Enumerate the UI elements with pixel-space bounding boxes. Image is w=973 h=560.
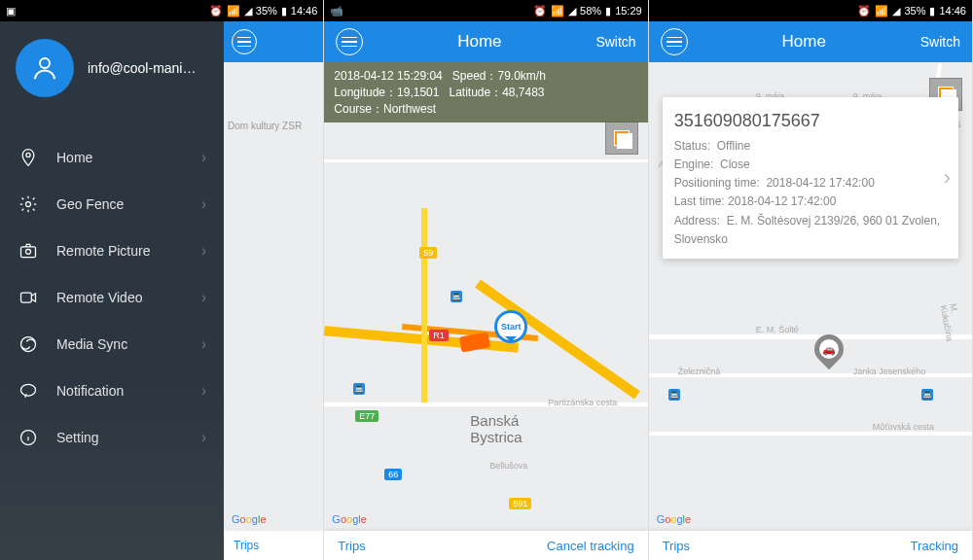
- sync-icon: [18, 333, 39, 355]
- status-label: Status:: [674, 139, 710, 153]
- bus-stop-icon: 🚍: [353, 383, 365, 395]
- device-id: 351609080175667: [674, 107, 947, 135]
- route-badge: E77: [355, 410, 378, 422]
- latitude-value: 48,7483: [502, 86, 544, 99]
- svg-point-0: [40, 58, 50, 68]
- avatar: [16, 39, 74, 97]
- positioning-time-value: 2018-04-12 17:42:00: [766, 176, 874, 190]
- tracking-info-panel: 2018-04-12 15:29:04 Speed：79.0km/h Longi…: [324, 62, 647, 122]
- battery-icon: ▮: [281, 5, 287, 18]
- peek-header: [224, 21, 323, 62]
- status-value: Offline: [717, 139, 750, 153]
- chevron-right-icon: ›: [201, 289, 206, 306]
- menu-label: Geo Fence: [56, 196, 201, 212]
- battery-percent: 58%: [580, 5, 601, 17]
- street-label: Janka Jesenského: [853, 367, 926, 376]
- page-title: Home: [457, 32, 501, 52]
- svg-point-4: [26, 249, 31, 254]
- user-email: info@cool-mani…: [88, 60, 196, 76]
- menu-label: Media Sync: [56, 336, 201, 352]
- tracking-link[interactable]: Tracking: [911, 539, 958, 553]
- clock: 14:46: [291, 5, 318, 17]
- chevron-right-icon: ›: [201, 195, 206, 213]
- bus-stop-icon: 🚍: [668, 389, 680, 401]
- route-badge: 59: [419, 247, 437, 259]
- menu-label: Remote Picture: [56, 243, 201, 259]
- route-badge: R1: [429, 330, 449, 341]
- speed-label: Speed：: [452, 69, 498, 83]
- app-header: Home Switch: [324, 21, 647, 62]
- camera-icon: [18, 240, 39, 262]
- menu-label: Home: [56, 150, 201, 165]
- menu-icon[interactable]: [232, 29, 257, 54]
- trips-link[interactable]: Trips: [663, 539, 690, 553]
- battery-percent: 35%: [256, 5, 277, 17]
- signal-icon: ◢: [244, 5, 252, 18]
- switch-button[interactable]: Switch: [920, 34, 960, 50]
- wifi-icon: 📶: [227, 5, 240, 18]
- menu-media-sync[interactable]: Media Sync ›: [0, 321, 224, 368]
- map[interactable]: 59 R1 E77 66 591 Banská Bystrica Partizá…: [324, 62, 647, 531]
- course-label: Course：: [334, 102, 383, 116]
- google-logo: Google: [332, 513, 367, 525]
- drawer-header[interactable]: info@cool-mani…: [0, 21, 224, 115]
- chevron-right-icon: ›: [201, 149, 206, 166]
- menu-remote-picture[interactable]: Remote Picture ›: [0, 228, 224, 274]
- route-badge: 66: [384, 469, 402, 480]
- google-logo: Google: [657, 513, 692, 525]
- nav-drawer: info@cool-mani… Home › Geo Fence › Remot…: [0, 21, 224, 560]
- latitude-label: Latitude：: [449, 86, 502, 99]
- status-bar: ⏰ 📶 ◢ 35% ▮ 14:46: [649, 0, 972, 21]
- layers-button[interactable]: [605, 122, 638, 155]
- alarm-icon: ⏰: [857, 5, 871, 18]
- last-time-label: Last time:: [674, 194, 725, 208]
- street-label: M. Kukučína: [938, 302, 964, 346]
- street-label: Železničná: [678, 367, 721, 376]
- menu-home[interactable]: Home ›: [0, 134, 224, 181]
- status-bar: 📹 ⏰ 📶 ◢ 58% ▮ 15:29: [324, 0, 647, 21]
- street-label: E. M. Šolté: [756, 325, 799, 334]
- timestamp: 2018-04-12 15:29:04: [334, 69, 442, 83]
- signal-icon: ◢: [892, 5, 900, 18]
- trips-link[interactable]: Trips: [224, 531, 323, 560]
- menu-remote-video[interactable]: Remote Video ›: [0, 274, 224, 321]
- svg-point-2: [26, 202, 31, 207]
- bus-stop-icon: 🚍: [921, 389, 933, 401]
- route-badge: 591: [509, 498, 531, 509]
- background-map: Dom kultury ZSR Google Trips: [224, 21, 323, 560]
- wifi-icon: 📶: [875, 5, 888, 18]
- chevron-right-icon: ›: [944, 160, 951, 194]
- bottom-bar: Trips Cancel tracking: [324, 531, 647, 560]
- cancel-tracking-link[interactable]: Cancel tracking: [547, 539, 634, 553]
- device-info-card[interactable]: 351609080175667 Status: Offline Engine: …: [663, 97, 958, 259]
- chevron-right-icon: ›: [201, 335, 206, 353]
- switch-button[interactable]: Switch: [595, 34, 635, 50]
- map-peek[interactable]: Dom kultury ZSR Google: [224, 62, 323, 531]
- trips-link[interactable]: Trips: [338, 539, 365, 553]
- video-icon: [18, 287, 39, 308]
- clock: 15:29: [615, 5, 642, 17]
- screen-device-info: ⏰ 📶 ◢ 35% ▮ 14:46 Home Switch 9. mája 9.…: [649, 0, 973, 560]
- longitude-label: Longitude：: [334, 86, 397, 99]
- svg-point-6: [21, 337, 36, 352]
- image-icon: ▣: [6, 5, 16, 18]
- menu-geofence[interactable]: Geo Fence ›: [0, 181, 224, 228]
- clock: 14:46: [939, 5, 966, 17]
- pin-icon: [18, 147, 39, 168]
- svg-rect-3: [21, 247, 36, 258]
- layers-icon: [614, 130, 630, 146]
- status-bar: ▣ ⏰ 📶 ◢ 35% ▮ 14:46: [0, 0, 323, 21]
- engine-label: Engine:: [674, 158, 714, 171]
- speed-value: 79.0km/h: [497, 69, 545, 83]
- screen-tracking: 📹 ⏰ 📶 ◢ 58% ▮ 15:29 Home Switch 2018-04-…: [324, 0, 648, 560]
- street-label: Partizánska cesta: [548, 398, 617, 407]
- bus-stop-icon: 🚍: [450, 291, 462, 302]
- street-label: Bellušova: [489, 461, 527, 471]
- svg-rect-5: [21, 293, 32, 302]
- menu-icon[interactable]: [661, 28, 688, 55]
- last-time-value: 2018-04-12 17:42:00: [728, 194, 836, 208]
- google-logo: Google: [232, 513, 267, 525]
- battery-percent: 35%: [904, 5, 925, 17]
- menu-icon[interactable]: [336, 28, 363, 55]
- screen-drawer: ▣ ⏰ 📶 ◢ 35% ▮ 14:46 Dom kultury ZSR Goog…: [0, 0, 324, 560]
